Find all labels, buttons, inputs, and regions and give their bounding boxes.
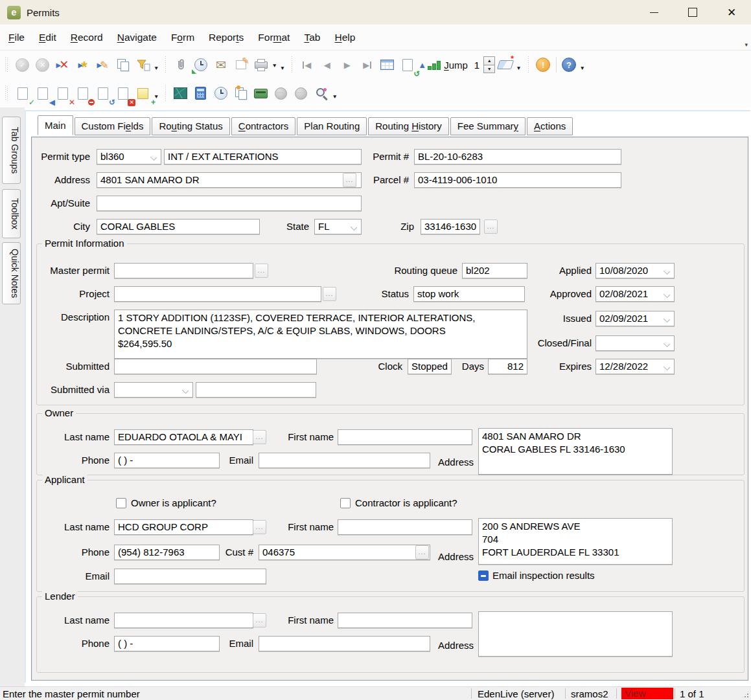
owner-email-field[interactable] [259, 453, 430, 468]
permit-number-field[interactable]: BL-20-10-6283 [414, 149, 621, 164]
sidebar-toolbox[interactable]: Toolbox [2, 189, 21, 238]
filter-dropdown-icon[interactable]: ▼ [154, 65, 159, 71]
contractor-is-applicant-checkbox[interactable] [340, 498, 351, 508]
menu-format[interactable]: Format [251, 32, 297, 43]
owner-address-field[interactable]: 4801 SAN AMARO DR CORAL GABLES FL 33146-… [478, 428, 673, 475]
void-doc-icon[interactable]: ✕ [113, 84, 132, 103]
menu-file[interactable]: File [1, 32, 32, 43]
grid-view-icon[interactable] [378, 55, 397, 74]
tab-main[interactable]: Main [38, 115, 73, 135]
closed-final-date-combo[interactable] [595, 335, 675, 351]
help-icon[interactable]: ? [560, 55, 579, 74]
attachments-icon[interactable] [171, 55, 190, 74]
master-permit-lookup-button[interactable] [255, 264, 268, 278]
tab-custom-fields[interactable]: Custom Fields [75, 117, 151, 135]
alert-icon[interactable]: ! [534, 55, 553, 74]
nav-last-icon[interactable]: ▶ [358, 55, 376, 74]
new-record-icon[interactable]: ▶* [73, 55, 92, 74]
web-globe-icon[interactable] [292, 84, 310, 103]
submitted-field[interactable] [114, 359, 317, 374]
owner-first-name-field[interactable] [338, 429, 472, 445]
memo-icon[interactable]: ✎ [231, 55, 250, 74]
calculator-icon[interactable] [191, 84, 210, 103]
sort-bars-icon[interactable]: ▲ [418, 55, 441, 74]
nav-first-icon[interactable]: ◀ [297, 55, 316, 74]
spinner-down-icon[interactable]: ▼ [483, 65, 495, 74]
mass-update-icon[interactable]: * [496, 55, 514, 74]
lender-last-name-field[interactable] [114, 613, 253, 628]
owner-is-applicant-checkbox[interactable] [116, 498, 126, 508]
lender-email-field[interactable] [259, 636, 430, 651]
toolbar-overflow-icon[interactable]: ▼ [280, 65, 285, 71]
zip-lookup-button[interactable] [484, 220, 498, 234]
address-field[interactable]: 4801 SAN AMARO DR [97, 172, 362, 188]
expires-date-combo[interactable]: 12/28/2022 [595, 359, 675, 374]
tab-plan-routing[interactable]: Plan Routing [297, 117, 367, 135]
print-dropdown-icon[interactable]: ▼ [272, 62, 277, 69]
reject-doc-icon[interactable]: ✕ [53, 84, 72, 103]
description-field[interactable]: 1 STORY ADDITION (1123SF), COVERED TERRA… [114, 310, 527, 359]
project-field[interactable] [114, 286, 321, 302]
menu-form[interactable]: Form [164, 32, 202, 43]
issued-date-combo[interactable]: 02/09/2021 [595, 311, 675, 326]
city-field[interactable]: CORAL GABLES [97, 219, 260, 234]
close-button[interactable]: ✕ [712, 0, 751, 25]
applied-date-combo[interactable]: 10/08/2020 [595, 263, 675, 278]
spinner-up-icon[interactable]: ▲ [483, 56, 495, 65]
tab-fee-summary[interactable]: Fee Summary [450, 117, 526, 135]
submitted-via-combo[interactable] [114, 382, 193, 398]
accept-icon[interactable]: ✓ [13, 55, 32, 74]
menu-edit[interactable]: Edit [32, 32, 64, 43]
submitted-via-field[interactable] [196, 382, 316, 398]
toolbar-grip[interactable] [5, 85, 8, 101]
applicant-first-name-field[interactable] [338, 519, 472, 535]
toolbar2-overflow-icon[interactable]: ▼ [332, 93, 337, 100]
applicant-lookup-button[interactable] [253, 520, 266, 534]
applicant-last-name-field[interactable]: HCD GROUP CORP [114, 519, 253, 535]
toolbar-grip[interactable] [5, 57, 8, 73]
search-permit-icon[interactable] [312, 84, 330, 103]
applicant-phone-field[interactable]: (954) 812-7963 [114, 545, 220, 560]
undo-doc-icon[interactable]: ↺ [93, 84, 112, 103]
print-icon[interactable] [251, 55, 270, 74]
approve-doc-icon[interactable]: ✓ [13, 84, 32, 103]
sidebar-tab-groups[interactable]: Tab Groups [2, 117, 21, 184]
master-permit-field[interactable] [114, 263, 253, 278]
minimize-button[interactable] [634, 0, 673, 25]
delete-record-icon[interactable]: ▶✕ [53, 55, 72, 74]
refresh-report-icon[interactable]: ↺ [398, 55, 417, 74]
resize-grip[interactable] [741, 690, 750, 699]
nav-previous-icon[interactable]: ◀ [318, 55, 336, 74]
cancel-icon[interactable]: ✕ [33, 55, 52, 74]
clock-field[interactable]: Stopped [408, 359, 452, 374]
mail-icon[interactable]: ✉ [211, 55, 230, 74]
owner-last-name-field[interactable]: EDUARDO OTAOLA & MAYI [114, 429, 253, 445]
add-note-icon[interactable]: + [133, 84, 152, 103]
web-globe-icon[interactable] [272, 84, 290, 103]
email-inspection-results-checkbox[interactable] [478, 570, 489, 581]
menu-reports[interactable]: Reports [202, 32, 251, 43]
mass-update-dropdown-icon[interactable]: ▼ [516, 65, 521, 71]
tab-actions[interactable]: Actions [527, 117, 573, 135]
parcel-number-field[interactable]: 03-4119-006-1010 [414, 172, 621, 188]
tab-routing-history[interactable]: Routing History [368, 117, 449, 135]
apt-suite-field[interactable] [97, 196, 362, 211]
applicant-address-field[interactable]: 200 S ANDREWS AVE 704 FORT LAUDERDALE FL… [478, 518, 673, 565]
maximize-button[interactable] [673, 0, 712, 25]
menu-navigate[interactable]: Navigate [110, 32, 164, 43]
owner-lookup-button[interactable] [253, 430, 266, 444]
menu-tab[interactable]: Tab [297, 32, 327, 43]
approved-date-combo[interactable]: 02/08/2021 [595, 286, 675, 302]
time-clock-icon[interactable] [211, 84, 230, 103]
hold-doc-icon[interactable] [73, 84, 92, 103]
history-clock-icon[interactable] [191, 55, 210, 74]
status-field[interactable]: stop work [413, 286, 525, 302]
help-dropdown-icon[interactable]: ▼ [580, 65, 585, 71]
map-icon[interactable] [171, 84, 190, 103]
menu-help[interactable]: Help [327, 32, 362, 43]
lender-lookup-button[interactable] [253, 613, 266, 627]
lender-first-name-field[interactable] [338, 613, 472, 628]
permit-type-combo[interactable]: bl360 [97, 149, 161, 164]
jump-spinner[interactable]: ▲ ▼ [483, 56, 495, 73]
cust-number-field[interactable]: 046375 [259, 545, 430, 560]
